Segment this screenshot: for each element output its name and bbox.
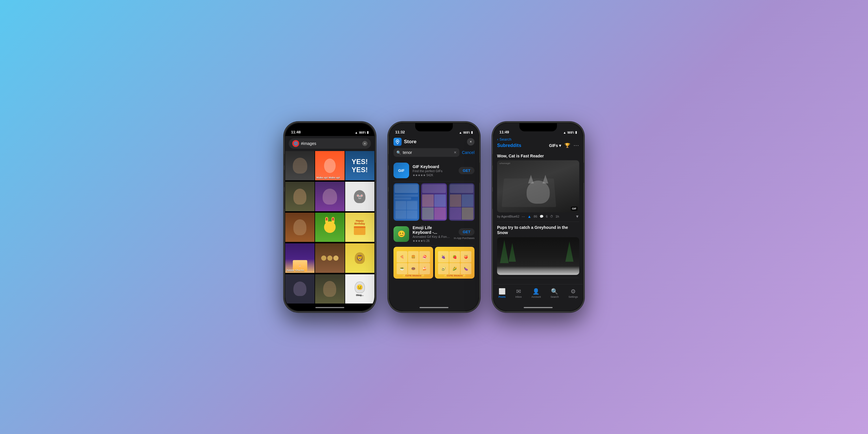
tab-posts[interactable]: ⬜ Posts [498, 288, 506, 298]
inbox-icon: ✉ [516, 288, 521, 295]
gif-cell-3[interactable]: YES!YES! [345, 151, 374, 180]
gif-grid: Wake up! Wake up! YES!YES! [285, 151, 374, 304]
gif-label-10: Awww Shucks [286, 269, 304, 272]
screenshot-2 [421, 183, 447, 221]
more-options-icon[interactable]: ··· [574, 143, 579, 148]
emoji-keyboard-name: Emoji Life Keyboard -... [412, 225, 450, 235]
tab-account[interactable]: 👤 Account [531, 288, 541, 298]
reddit-subreddit[interactable]: Subreddits [497, 143, 521, 148]
reddit-post-list: Wow, Cat is Fast Reader [494, 151, 583, 284]
watermark: u/homegirl [499, 162, 510, 165]
svg-point-0 [397, 141, 398, 142]
gif-label-15: Okay... [356, 294, 364, 296]
appstore-logo [394, 138, 402, 146]
gif-cell-9[interactable]: HappyBirthday [345, 213, 374, 242]
battery-icon-1: ▮ [367, 130, 369, 134]
tab-inbox[interactable]: ✉ Inbox [515, 288, 522, 298]
appstore-results: GiF GIF Keyboard Find the perfect GIFs ★… [390, 160, 478, 304]
gifs-filter-button[interactable]: GIFs ▾ [549, 143, 561, 148]
time-icon-1: ⏱ [550, 215, 553, 218]
status-icons-2: ▲ WiFi ▮ [459, 130, 473, 134]
reddit-tab-bar: ⬜ Posts ✉ Inbox 👤 Account 🔍 Search [494, 284, 583, 304]
cat-gif: u/homegirl GIF [497, 160, 579, 212]
in-app-text: In-App Purchases [454, 237, 474, 240]
emoji-keyboard-get-button[interactable]: GET [459, 228, 474, 236]
reddit-back-label[interactable]: Search [499, 137, 511, 142]
sticker-label-1: ✨CUTE Stickers✨ [394, 274, 433, 277]
gif-cell-4[interactable] [285, 182, 314, 211]
notch-3 [519, 123, 557, 131]
notch-1 [311, 123, 349, 131]
gif-cell-5[interactable] [315, 182, 344, 211]
account-icon: 👤 [532, 288, 539, 295]
tab-settings[interactable]: ⚙ Settings [568, 288, 578, 298]
settings-icon: ⚙ [570, 288, 576, 295]
reddit-post-2[interactable]: Pups try to catch a Greyhound in the Sno… [497, 222, 579, 278]
gif-cell-6[interactable]: 🐭 [345, 182, 374, 211]
gif-label-2: Wake up! Wake up! [316, 176, 340, 179]
gif-keyboard-get-button[interactable]: GET [459, 167, 474, 174]
as-clear-icon[interactable]: ✕ [454, 151, 457, 155]
phone-2: 11:32 ▲ WiFi ▮ Store [388, 122, 480, 312]
reddit-nav-bar: Subreddits GIFs ▾ 🏆 ··· [497, 142, 579, 149]
downvote-icon-1[interactable]: ▼ [575, 214, 579, 219]
tg-clear-button[interactable]: × [362, 141, 368, 146]
phone-1: 11:48 ▲ WiFi ▮ 🌐 #images × [283, 122, 376, 312]
gif-cell-14[interactable] [315, 274, 344, 304]
appstore-search-bar[interactable]: 🔍 tenor ✕ Cancel [390, 148, 478, 160]
status-icons-1: ▲ WiFi ▮ [355, 130, 369, 134]
reddit-post-title-1: Wow, Cat is Fast Reader [497, 153, 579, 159]
notch-2 [415, 123, 453, 131]
home-indicator-3 [494, 304, 583, 311]
gif-keyboard-subtitle: Find the perfect GIFs [412, 169, 455, 173]
reddit-post-meta-1: by AgentBlue62 ··· ▲ 86 💬 6 ⏱ 1h ▼ [497, 214, 579, 219]
home-indicator-1 [285, 304, 374, 311]
wifi-icon-2: WiFi [463, 131, 470, 134]
emoji-keyboard-info: Emoji Life Keyboard -... Animated Gif Ke… [412, 225, 450, 243]
screenshot-1 [394, 183, 419, 221]
emoji-keyboard-icon: 😊 [394, 226, 409, 242]
gif-cell-7[interactable] [285, 213, 314, 242]
as-cancel-button[interactable]: Cancel [462, 150, 474, 155]
app-result-gif-keyboard[interactable]: GiF GIF Keyboard Find the perfect GIFs ★… [394, 160, 474, 181]
reddit-post-image-1: u/homegirl GIF [497, 160, 579, 212]
time-1: 1h [556, 215, 559, 218]
search-tab-icon: 🔍 [551, 288, 558, 295]
tg-search-text: #images [301, 141, 361, 146]
reddit-header: ‹ Search Subreddits GIFs ▾ 🏆 ··· [494, 136, 583, 151]
gif-cell-12[interactable]: 🦁 [345, 243, 374, 273]
reddit-back-row: ‹ Search [497, 137, 579, 142]
gif-cell-15[interactable]: 😐 Okay... [345, 274, 374, 304]
gif-cell-10[interactable]: 🎂 Awww Shucks [285, 243, 314, 273]
sticker-label-2: ✨CUTE Stickers✨ [435, 274, 474, 277]
upvote-count-1: 86 [534, 215, 537, 218]
wifi-icon-1: WiFi [359, 131, 366, 134]
gif-cell-8[interactable] [315, 213, 344, 242]
status-time-1: 11:48 [291, 130, 301, 134]
reddit-post-image-2 [497, 237, 579, 275]
inbox-label: Inbox [515, 296, 522, 298]
reddit-post-title-2: Pups try to catch a Greyhound in the Sno… [497, 225, 579, 235]
totoro-shape: 🐭 [354, 190, 365, 203]
app-result-emoji-keyboard[interactable]: 😊 Emoji Life Keyboard -... Animated Gif … [394, 222, 474, 246]
author-1: by AgentBlue62 [497, 215, 519, 218]
appstore-close-button[interactable]: × [467, 138, 474, 146]
status-icons-3: ▲ WiFi ▮ [563, 130, 577, 134]
signal-icon-2: ▲ [459, 131, 462, 134]
signal-icon-1: ▲ [355, 131, 358, 134]
comment-count-1: 6 [546, 215, 548, 218]
search-icon: 🔍 [396, 151, 401, 155]
reddit-nav-right: GIFs ▾ 🏆 ··· [549, 143, 579, 148]
gif-cell-11[interactable] [315, 243, 344, 273]
upvote-icon-1[interactable]: ▲ [527, 214, 531, 219]
reddit-post-1[interactable]: Wow, Cat is Fast Reader [497, 151, 579, 222]
as-search-pill[interactable]: 🔍 tenor ✕ [394, 148, 460, 157]
tg-search-pill[interactable]: 🌐 #images × [289, 138, 371, 149]
telegram-search-bar[interactable]: 🌐 #images × [285, 136, 374, 151]
gif-cell-1[interactable] [285, 151, 314, 180]
posts-label: Posts [498, 296, 506, 298]
tab-search[interactable]: 🔍 Search [551, 288, 559, 298]
gif-cell-13[interactable] [285, 274, 314, 304]
gif-cell-2[interactable]: Wake up! Wake up! [315, 151, 344, 180]
gif-badge: GIF [571, 207, 578, 211]
